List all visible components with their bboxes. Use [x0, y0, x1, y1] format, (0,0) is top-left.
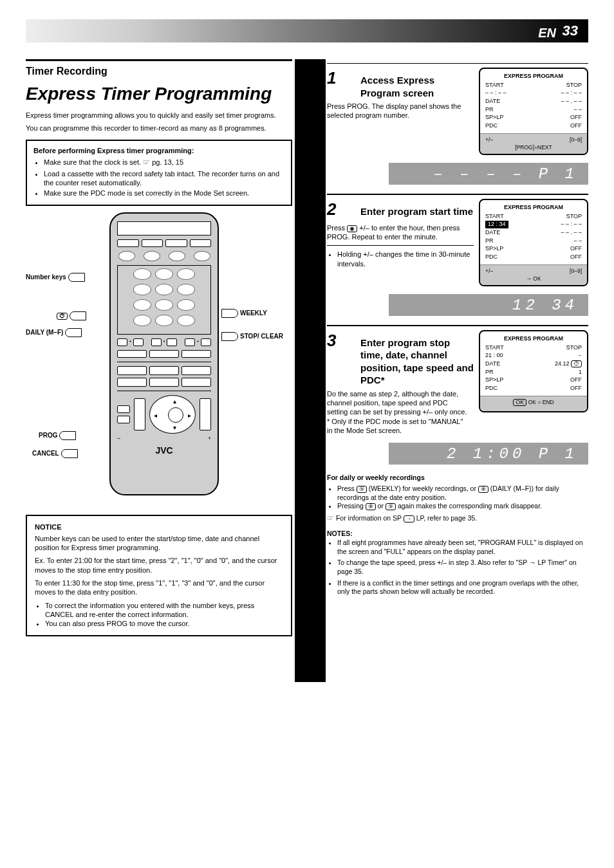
before-item-1: Make sure that the clock is set. ☞ pg. 1… [44, 158, 284, 168]
callout-timer-key: ⏱ [57, 311, 86, 320]
before-heading: Before performing Express timer programm… [33, 146, 284, 155]
callout-number-keys: Number keys [26, 273, 85, 282]
remote-btn [201, 338, 211, 346]
osd-step1: EXPRESS PROGRAM STARTSTOP – – : – –– – :… [479, 68, 588, 155]
left-arrow-icon: ◂ [154, 411, 157, 420]
notice-title: NOTICE [35, 522, 283, 531]
header-gradient [26, 19, 588, 42]
title-rule [26, 59, 292, 61]
before-item-3: Make sure the PDC mode is set correctly … [44, 189, 284, 198]
remote-btn [151, 338, 162, 346]
step-1: EXPRESS PROGRAM STARTSTOP – – : – –– – :… [327, 68, 588, 185]
notice-box: NOTICE Number keys can be used to enter … [26, 515, 292, 636]
disc-icon: ◉ [347, 225, 357, 232]
vfd-step2: 12 34 [389, 294, 588, 316]
num-key [155, 315, 173, 326]
sub-title: Timer Recording [26, 65, 292, 78]
notes-area: NOTES: If all eight programmes have alre… [327, 530, 588, 596]
page-ref-icon: ☞ [143, 158, 150, 168]
step-3-number: 3 [327, 330, 354, 352]
daily-key-icon: ⑧ [366, 503, 376, 510]
skip-back-btn [134, 398, 145, 430]
remote-btn [133, 338, 144, 346]
step-3-body: Do the same as step 2, although the date… [327, 389, 469, 435]
dw-b2: Pressing ⑧ or ⑨ again makes the correspo… [337, 502, 588, 511]
step-1-title: Access Express Program screen [360, 74, 474, 99]
step-2-title: Enter program start time [360, 205, 473, 218]
minus-icon: – [117, 435, 120, 443]
num-key [177, 315, 195, 326]
step-3: EXPRESS PROGRAM STARTSTOP 21 : 00→ DATE … [327, 330, 588, 465]
osd-step3: EXPRESS PROGRAM STARTSTOP 21 : 00→ DATE … [479, 330, 588, 412]
remote-btn [118, 251, 135, 261]
osd1-title: EXPRESS PROGRAM [485, 73, 582, 80]
pause-btn [181, 378, 211, 387]
notice-p2a: Ex. To enter 21:00 for the start time, p… [35, 556, 283, 575]
notice-p1: Number keys can be used to enter the sta… [35, 534, 283, 553]
num-key [133, 268, 151, 280]
note-3: If there is a conflict in the timer sett… [337, 579, 588, 596]
remote-btn [117, 350, 147, 358]
step-2-number: 2 [327, 199, 354, 221]
page-number: 33 [563, 22, 578, 41]
callout-prog: PROG [39, 431, 76, 440]
num-key [177, 268, 195, 280]
step-rule [327, 325, 588, 326]
intro-2: You can programme this recorder to timer… [26, 124, 292, 133]
step-2: EXPRESS PROGRAM STARTSTOP 12 : 34– – : –… [327, 199, 588, 316]
play-btn [149, 366, 179, 375]
jvc-logo: JVC [117, 445, 211, 456]
before-box: Before performing Express timer programm… [26, 140, 292, 206]
timer-icon: ⏱ [571, 360, 582, 367]
num-key [177, 299, 195, 311]
num-key [155, 284, 173, 295]
remote-btn [165, 239, 187, 247]
rew-btn [117, 366, 147, 375]
remote-btn [142, 239, 163, 247]
remote-diagram: Number keys ⏱ DAILY (M–F) PROG CANCEL WE… [26, 212, 292, 508]
up-arrow-icon: ▴ [173, 397, 176, 405]
num-key [155, 299, 173, 311]
dw-b1: Press ⑨ (WEEKLY) for weekly recordings, … [337, 485, 588, 502]
num-key [133, 284, 151, 295]
osd-step2: EXPRESS PROGRAM STARTSTOP 12 : 34– – : –… [479, 199, 588, 286]
dpad: ▴ ▾ ◂ ▸ [149, 395, 196, 434]
left-column: Timer Recording Express Timer Programmin… [26, 59, 292, 636]
note-1: If all eight programmes have already bee… [337, 539, 588, 556]
remote-btn [117, 239, 139, 247]
remote-btn [194, 251, 210, 261]
weekly-key-icon: ⑨ [357, 486, 367, 493]
weekly-key-icon: ⑨ [386, 503, 396, 510]
notice-p2b: To enter 11:30 for the stop time, press … [35, 578, 283, 597]
num-key [155, 268, 173, 280]
callout-cancel: CANCEL [32, 449, 78, 458]
skip-fwd-btn [200, 398, 211, 430]
step-3-title: Enter program stop time, date, channel p… [360, 337, 474, 387]
rec-btn [117, 378, 147, 387]
remote-btn [144, 251, 160, 261]
plus-icon: + [208, 435, 211, 443]
vfd-step1: – – – – P 1 [389, 163, 588, 185]
dw-b3: ☞ For information on SP → LP, refer to p… [327, 513, 588, 524]
num-key [177, 284, 195, 295]
remote-btn [167, 338, 177, 346]
right-column: EXPRESS PROGRAM STARTSTOP – – : – –– – :… [327, 59, 588, 599]
vfd-step3: 2 1:00 P 1 [389, 443, 588, 465]
remote-btn [117, 405, 130, 413]
page-ref-icon: ☞ [327, 513, 334, 524]
step-1-number: 1 [327, 68, 354, 89]
big-title: Express Timer Programming [26, 82, 292, 106]
step-rule [327, 194, 588, 195]
daily-weekly-area: For daily or weekly recordings Press ⑨ (… [327, 474, 588, 523]
num-key [133, 315, 151, 326]
callout-stop-clear: STOP/ CLEAR [221, 332, 283, 341]
remote-body: + + + [109, 212, 219, 495]
osd2-title: EXPRESS PROGRAM [485, 204, 582, 212]
ff-btn [181, 366, 211, 375]
remote-btn [149, 350, 179, 358]
note-2: To change the tape speed, press +/– in s… [337, 559, 588, 576]
section-en: EN [538, 24, 556, 41]
notice-li1: To correct the information you entered w… [45, 601, 283, 620]
osd3-title: EXPRESS PROGRAM [485, 335, 582, 343]
remote-btn [181, 350, 211, 358]
